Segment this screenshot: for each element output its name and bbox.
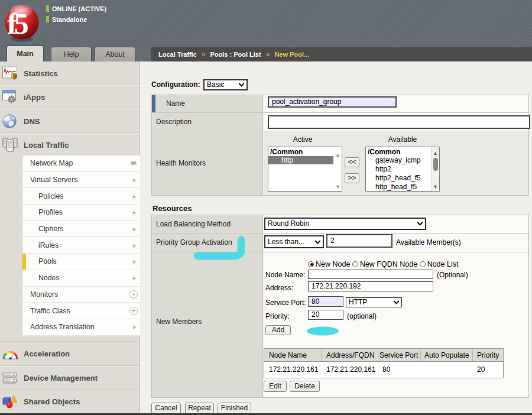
svg-text:f5: f5 xyxy=(7,7,28,40)
